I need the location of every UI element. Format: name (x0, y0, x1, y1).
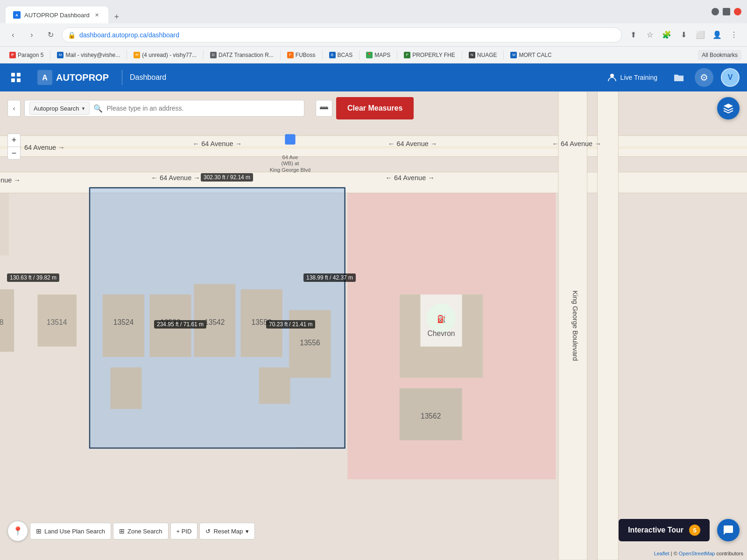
back-button[interactable]: ‹ (6, 28, 21, 42)
bookmark-fuboss[interactable]: F FUBoss (283, 50, 319, 60)
address-search-input[interactable] (106, 105, 299, 112)
search-type-chevron-icon: ▼ (81, 106, 86, 111)
bookmark-nuage[interactable]: N NUAGE (465, 50, 501, 60)
interactive-tour-label: Interactive Tour (628, 526, 684, 534)
zone-icon: ⊞ (119, 527, 125, 535)
location-button[interactable]: 📍 (7, 521, 28, 541)
cast-button[interactable]: ⬜ (693, 28, 708, 42)
svg-text:← 64 Avenue →: ← 64 Avenue → (388, 140, 437, 147)
app-logo[interactable]: A AUTOPROP (32, 70, 114, 85)
attribution-separator: | © (671, 551, 679, 556)
grid-menu-button[interactable] (7, 69, 24, 86)
leaflet-link[interactable]: Leaflet (654, 551, 669, 556)
menu-button[interactable]: ⋮ (726, 28, 741, 42)
app-container: A AUTOPROP Dashboard Live Training ⚙ V (0, 63, 747, 560)
tab-close-button[interactable]: ✕ (93, 11, 101, 19)
active-tab[interactable]: A AUTOPROP Dashboard ✕ (6, 7, 108, 23)
measure-tool-button[interactable] (316, 100, 332, 117)
bookmark-maps[interactable]: 📍 MAPS (362, 50, 394, 60)
tab-favicon: A (13, 11, 21, 19)
refresh-button[interactable]: ↻ (43, 28, 58, 42)
bookmark-separator (50, 50, 50, 60)
bookmark-bcas[interactable]: B BCAS (325, 50, 357, 60)
layers-button[interactable] (717, 97, 740, 119)
map-toolbar: ‹ Autoprop Search ▼ 🔍 Clear Me (0, 97, 747, 119)
land-use-plan-button[interactable]: ⊞ Land Use Plan Search (30, 523, 111, 539)
interactive-tour-button[interactable]: Interactive Tour 5 (619, 519, 710, 541)
svg-text:King George Boulevard: King George Boulevard (571, 291, 579, 361)
zoom-in-button[interactable]: + (7, 133, 21, 147)
all-bookmarks-button[interactable]: All Bookmarks (698, 50, 741, 60)
app-section-title: Dashboard (130, 73, 166, 82)
zoom-out-button[interactable]: − (7, 147, 21, 160)
bookmark-properly[interactable]: P PROPERLY FHE (400, 50, 459, 60)
svg-rect-3 (17, 78, 21, 82)
bookmark-paragon5-label: Paragon 5 (18, 52, 43, 58)
window-maximize-button[interactable] (723, 8, 730, 15)
share-button[interactable]: ⬆ (626, 28, 641, 42)
forward-button[interactable]: › (24, 28, 39, 42)
svg-rect-0 (11, 73, 15, 77)
grid-icon: ⊞ (36, 527, 42, 535)
profile-button[interactable]: 👤 (710, 28, 725, 42)
svg-text:13514: 13514 (47, 318, 67, 326)
svg-text:13556: 13556 (300, 339, 320, 347)
measurement-label-top: 302.30 ft / 92.14 m (201, 173, 253, 182)
bookmark-nuage-label: NUAGE (477, 52, 497, 58)
bookmark-paragon5[interactable]: P Paragon 5 (6, 50, 47, 60)
bookmark-vishy-label: (4 unread) - vishy77... (142, 52, 197, 58)
settings-button[interactable]: ⚙ (695, 68, 713, 87)
svg-text:13524: 13524 (113, 318, 134, 326)
attribution-contributors: contributors (717, 551, 743, 556)
svg-rect-9 (0, 146, 747, 149)
reset-chevron-icon: ▾ (246, 528, 249, 535)
extension-button[interactable]: 🧩 (659, 28, 674, 42)
collapse-panel-button[interactable]: ‹ (7, 100, 21, 117)
bookmark-fuboss-label: FUBoss (296, 52, 316, 58)
chat-button[interactable] (717, 519, 740, 541)
zone-search-label: Zone Search (127, 528, 162, 535)
live-training-button[interactable]: Live Training (602, 70, 663, 85)
pid-button[interactable]: + PID (170, 523, 198, 539)
bookmark-datz-label: DATZ Transaction R... (218, 52, 274, 58)
map-zoom-controls: + − (7, 133, 21, 160)
address-bar[interactable]: 🔒 dashboard.autoprop.ca/dashboard (62, 28, 622, 42)
svg-rect-12 (598, 91, 619, 560)
reset-icon: ↺ (205, 528, 211, 535)
svg-rect-1 (17, 73, 21, 77)
bookmark-maps-label: MAPS (374, 52, 390, 58)
reset-map-button[interactable]: ↺ Reset Map ▾ (199, 523, 255, 539)
bookmark-separator-3 (203, 50, 204, 60)
zone-search-button[interactable]: ⊞ Zone Search (113, 523, 168, 539)
ruler-icon (319, 104, 329, 113)
browser-chrome: A AUTOPROP Dashboard ✕ + ‹ › ↻ 🔒 dashboa… (0, 0, 747, 63)
search-type-selector[interactable]: Autoprop Search ▼ (29, 102, 90, 115)
svg-text:← 64 Avenue →: ← 64 Avenue → (385, 174, 434, 182)
bookmark-vishy[interactable]: ✉ (4 unread) - vishy77... (130, 50, 200, 60)
measurement-label-bottom-right: 70.23 ft / 21.41 m (266, 320, 315, 329)
download-button[interactable]: ⬇ (676, 28, 691, 42)
bookmark-mail[interactable]: M Mail - vishey@vishe... (53, 50, 124, 60)
window-minimize-button[interactable] (712, 8, 719, 15)
bookmark-mail-label: Mail - vishey@vishe... (65, 52, 120, 58)
folder-button[interactable] (670, 69, 687, 86)
bookmark-button[interactable]: ☆ (642, 28, 657, 42)
measurement-label-bottom: 234.95 ft / 71.61 m (154, 320, 206, 329)
bookmark-separator-6 (359, 50, 359, 60)
new-tab-button[interactable]: + (110, 10, 123, 23)
svg-rect-59 (321, 106, 322, 108)
url-display: dashboard.autoprop.ca/dashboard (79, 31, 616, 39)
tab-title: AUTOPROP Dashboard (24, 12, 90, 19)
svg-text:13542: 13542 (204, 318, 225, 326)
svg-text:Chevron: Chevron (428, 329, 455, 337)
window-close-button[interactable] (734, 8, 741, 15)
svg-rect-61 (324, 106, 325, 108)
bookmark-datz[interactable]: D DATZ Transaction R... (206, 50, 277, 60)
bookmark-properly-label: PROPERLY FHE (412, 52, 455, 58)
user-avatar[interactable]: V (721, 68, 740, 87)
bookmarks-bar: P Paragon 5 M Mail - vishey@vishe... ✉ (… (0, 47, 747, 63)
tour-badge: 5 (689, 525, 700, 536)
bookmark-mort-calc[interactable]: M MORT CALC (507, 50, 555, 60)
osm-link[interactable]: OpenStreetMap (679, 551, 715, 556)
clear-measures-button[interactable]: Clear Measures (336, 97, 414, 119)
